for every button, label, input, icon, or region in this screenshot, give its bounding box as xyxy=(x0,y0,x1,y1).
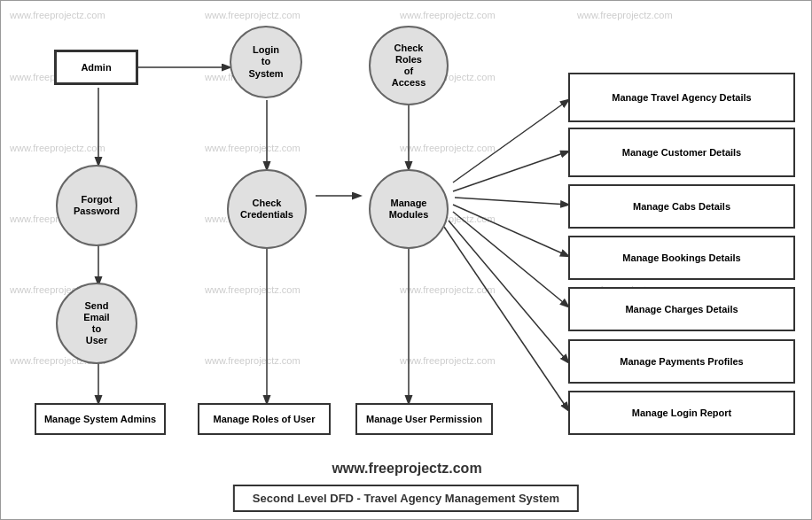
watermark-22: www.freeprojectz.com xyxy=(205,355,301,366)
manage-modules-label: Manage Modules xyxy=(389,198,429,221)
manage-modules-node: Manage Modules xyxy=(369,169,449,249)
login-to-system-node: Login to System xyxy=(230,26,302,98)
admin-label: Admin xyxy=(81,61,111,74)
svg-line-10 xyxy=(453,212,568,307)
check-credentials-label: Check Credentials xyxy=(240,198,293,221)
watermark-19: www.freeprojectz.com xyxy=(400,284,496,295)
manage-roles-of-user-label: Manage Roles of User xyxy=(214,413,316,425)
manage-customer-details-label: Manage Customer Details xyxy=(622,146,741,159)
login-to-system-label: Login to System xyxy=(248,44,283,80)
check-roles-label: Check Roles of Access xyxy=(392,43,426,89)
forgot-password-label: Forgot Password xyxy=(74,194,120,217)
send-email-label: Send Email to User xyxy=(83,300,109,347)
svg-line-7 xyxy=(453,151,568,191)
diagram-container: www.freeprojectz.com www.freeprojectz.co… xyxy=(0,0,812,520)
footer-website: www.freeprojectz.com xyxy=(1,461,812,477)
manage-charges-details-node: Manage Charges Details xyxy=(568,287,795,331)
manage-system-admins-node: Manage System Admins xyxy=(35,403,166,435)
manage-login-report-node: Manage Login Report xyxy=(568,391,795,435)
watermark-23: www.freeprojectz.com xyxy=(400,355,496,366)
watermark-18: www.freeprojectz.com xyxy=(205,284,301,295)
watermark-2: www.freeprojectz.com xyxy=(205,10,301,20)
manage-user-permission-node: Manage User Permission xyxy=(355,403,493,435)
manage-cabs-details-label: Manage Cabs Details xyxy=(633,200,730,213)
svg-line-9 xyxy=(453,205,568,256)
manage-bookings-details-node: Manage Bookings Details xyxy=(568,236,795,280)
watermark-1: www.freeprojectz.com xyxy=(10,10,105,20)
manage-cabs-details-node: Manage Cabs Details xyxy=(568,184,795,229)
manage-customer-details-node: Manage Customer Details xyxy=(568,128,795,177)
admin-node: Admin xyxy=(54,50,138,85)
svg-line-12 xyxy=(444,227,568,410)
manage-login-report-label: Manage Login Report xyxy=(632,407,731,419)
manage-user-permission-label: Manage User Permission xyxy=(366,413,482,425)
manage-bookings-details-label: Manage Bookings Details xyxy=(622,252,740,264)
manage-roles-of-user-node: Manage Roles of User xyxy=(198,403,331,435)
watermark-3: www.freeprojectz.com xyxy=(400,10,496,20)
svg-line-6 xyxy=(453,100,568,182)
svg-line-11 xyxy=(449,221,568,362)
manage-charges-details-label: Manage Charges Details xyxy=(625,303,738,315)
check-credentials-node: Check Credentials xyxy=(227,169,307,249)
watermark-10: www.freeprojectz.com xyxy=(205,143,301,153)
manage-payments-profiles-node: Manage Payments Profiles xyxy=(568,339,795,384)
manage-payments-profiles-label: Manage Payments Profiles xyxy=(620,355,743,368)
manage-system-admins-label: Manage System Admins xyxy=(44,413,156,425)
watermark-11: www.freeprojectz.com xyxy=(400,143,496,153)
watermark-4: www.freeprojectz.com xyxy=(577,10,673,20)
send-email-node: Send Email to User xyxy=(56,283,137,364)
footer-title: Second Level DFD - Travel Agency Managem… xyxy=(233,485,579,512)
svg-line-8 xyxy=(455,198,568,205)
manage-travel-agency-node: Manage Travel Agency Details xyxy=(568,73,795,122)
forgot-password-node: Forgot Password xyxy=(56,165,137,246)
manage-travel-agency-label: Manage Travel Agency Details xyxy=(612,91,751,104)
watermark-9: www.freeprojectz.com xyxy=(10,143,105,153)
check-roles-of-access-node: Check Roles of Access xyxy=(369,26,449,105)
